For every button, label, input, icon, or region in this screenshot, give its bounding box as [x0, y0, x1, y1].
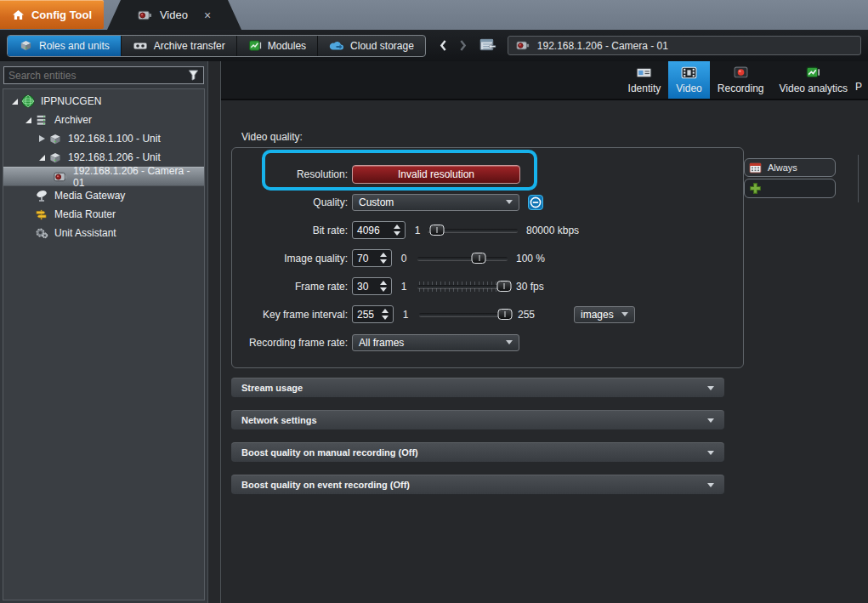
toolbar-button-label: Roles and units	[39, 40, 110, 52]
key-frame-interval-label: Key frame interval:	[232, 309, 348, 321]
chevron-down-icon	[707, 483, 714, 487]
expanded-arrow-icon[interactable]	[26, 117, 31, 123]
tree-item-label: 192.168.1.206 - Unit	[68, 151, 161, 163]
tab-label: P	[855, 81, 862, 93]
spin-up-icon[interactable]	[394, 225, 400, 229]
camera-icon	[54, 170, 69, 183]
key-frame-interval-spinner[interactable]: 255	[352, 305, 394, 323]
spin-down-icon[interactable]	[380, 259, 387, 264]
modules-button[interactable]: Modules	[237, 36, 318, 56]
key-frame-unit-dropdown[interactable]: images	[574, 306, 635, 323]
tree-item-unit-assistant[interactable]: Unit Assistant	[3, 224, 204, 242]
entity-breadcrumb[interactable]: 192.168.1.206 - Camera - 01	[508, 36, 861, 55]
calendar-icon	[749, 162, 763, 174]
frame-rate-label: Frame rate:	[232, 281, 348, 293]
key-frame-interval-slider[interactable]	[419, 308, 509, 321]
remove-quality-icon[interactable]	[528, 195, 543, 210]
video-document-tab[interactable]: Video ×	[107, 0, 241, 30]
camera-icon	[516, 41, 530, 50]
tree-item-system[interactable]: IPPNUCGEN	[3, 92, 204, 111]
toolbar-button-label: Modules	[268, 40, 306, 52]
expanded-arrow-icon[interactable]	[39, 155, 45, 161]
roles-and-units-button[interactable]: Roles and units	[8, 36, 122, 56]
section-boost-event-recording[interactable]: Boost quality on event recording (Off)	[231, 475, 724, 494]
section-network-settings[interactable]: Network settings	[231, 410, 724, 429]
spin-up-icon[interactable]	[382, 309, 389, 313]
invalid-resolution-button[interactable]: Invalid resolution	[352, 165, 520, 184]
tab-identity[interactable]: Identity	[621, 61, 669, 99]
recording-frame-rate-row: Recording frame rate: All frames	[232, 333, 743, 351]
image-quality-spinner[interactable]: 70	[352, 249, 392, 267]
history-calendar-icon[interactable]	[479, 37, 496, 54]
tree-item-camera-01[interactable]: 192.168.1.206 - Camera - 01	[3, 167, 204, 186]
config-tool-button[interactable]: Config Tool	[0, 0, 104, 29]
key-frame-interval-row: Key frame interval: 255 1 255 images	[232, 305, 743, 323]
schedule-always-button[interactable]: Always	[744, 158, 836, 177]
section-stream-usage[interactable]: Stream usage	[231, 378, 724, 397]
search-input[interactable]	[9, 70, 188, 82]
forward-icon[interactable]	[459, 40, 467, 51]
entity-tree: IPPNUCGEN Archiver 192.168.1.100 - Unit …	[3, 88, 205, 600]
tab-video[interactable]: Video	[668, 61, 709, 99]
archiver-icon	[35, 114, 50, 127]
bit-rate-slider[interactable]	[428, 224, 518, 237]
chevron-down-icon	[707, 451, 714, 455]
tree-item-media-gateway[interactable]: Media Gateway	[3, 186, 204, 205]
chevron-down-icon	[707, 418, 714, 423]
image-quality-slider[interactable]	[417, 252, 508, 265]
section-label: Boost quality on manual recording (Off)	[241, 447, 418, 458]
slider-handle[interactable]	[429, 225, 444, 236]
collapsed-arrow-icon[interactable]	[39, 135, 45, 142]
spin-up-icon[interactable]	[380, 253, 387, 257]
image-quality-max: 100 %	[516, 253, 545, 265]
archive-transfer-button[interactable]: Archive transfer	[122, 36, 237, 56]
key-frame-interval-min: 1	[402, 309, 409, 321]
tab-partial[interactable]: P	[855, 61, 868, 99]
sidebar-splitter[interactable]	[207, 61, 221, 603]
tree-item-media-router[interactable]: Media Router	[3, 205, 204, 224]
spin-down-icon[interactable]	[382, 316, 389, 320]
toolbar-button-label: Cloud storage	[350, 40, 414, 52]
slider-handle[interactable]	[472, 253, 486, 264]
bit-rate-spinner[interactable]: 4096	[352, 221, 406, 239]
camera-icon	[138, 10, 152, 20]
filter-icon[interactable]	[188, 70, 199, 81]
slider-handle[interactable]	[496, 281, 511, 292]
recording-frame-rate-label: Recording frame rate:	[232, 337, 348, 349]
signpost-icon	[35, 208, 50, 221]
entity-tabstrip: Identity Video Recording Video analytics…	[221, 61, 868, 100]
section-boost-manual-recording[interactable]: Boost quality on manual recording (Off)	[231, 442, 724, 462]
toolbar: Roles and units Archive transfer Modules…	[0, 30, 868, 61]
frame-rate-slider[interactable]	[417, 280, 508, 293]
breadcrumb-label: 192.168.1.206 - Camera - 01	[537, 40, 668, 52]
frame-rate-spinner[interactable]: 30	[352, 277, 392, 295]
home-icon	[12, 9, 25, 20]
spin-up-icon[interactable]	[380, 281, 387, 285]
expanded-arrow-icon[interactable]	[12, 99, 18, 105]
tab-label: Identity	[628, 82, 661, 94]
search-box[interactable]	[3, 66, 204, 84]
tab-label: Video	[676, 82, 701, 94]
slider-handle[interactable]	[497, 309, 512, 320]
spin-down-icon[interactable]	[394, 231, 400, 236]
recording-frame-rate-value: All frames	[359, 337, 404, 349]
frame-rate-value: 30	[353, 281, 376, 293]
frame-rate-max: 30 fps	[516, 281, 544, 293]
tree-item-archiver[interactable]: Archiver	[3, 111, 204, 129]
tab-recording[interactable]: Recording	[710, 61, 772, 99]
key-frame-unit-value: images	[581, 309, 614, 321]
quality-dropdown[interactable]: Custom	[352, 194, 519, 211]
unit-cube-icon	[48, 133, 64, 145]
cloud-storage-button[interactable]: Cloud storage	[318, 36, 425, 56]
tree-item-unit-100[interactable]: 192.168.1.100 - Unit	[3, 129, 204, 148]
key-frame-interval-max: 255	[518, 309, 535, 321]
spin-down-icon[interactable]	[380, 287, 387, 292]
tab-video-analytics[interactable]: Video analytics	[772, 61, 856, 99]
add-schedule-button[interactable]	[744, 179, 836, 198]
resolution-row: Resolution: Invalid resolution	[232, 165, 743, 183]
close-tab-icon[interactable]: ×	[204, 9, 211, 22]
chevron-down-icon	[506, 200, 513, 204]
recording-frame-rate-dropdown[interactable]: All frames	[352, 334, 519, 351]
back-icon[interactable]	[440, 40, 447, 51]
chevron-down-icon	[621, 312, 628, 316]
